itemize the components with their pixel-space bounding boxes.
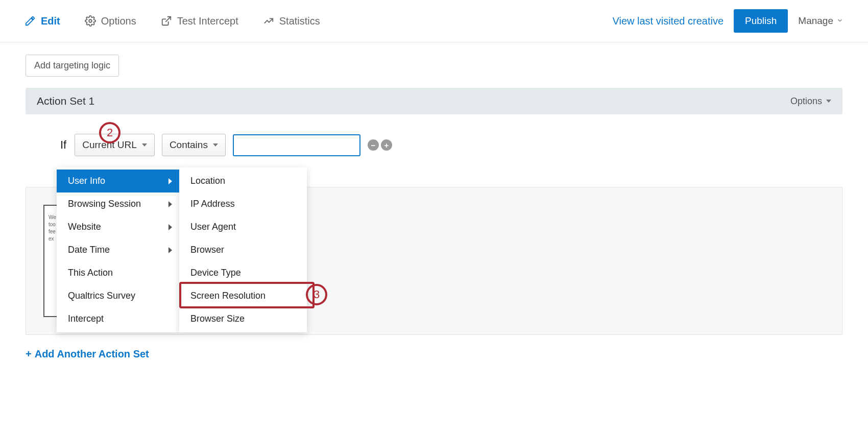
arrow-right-icon	[168, 247, 172, 253]
gear-icon	[85, 15, 96, 27]
top-toolbar: Edit Options Test Intercept Statistics V…	[0, 0, 868, 42]
dd-item-browsing-session[interactable]: Browsing Session	[57, 192, 179, 215]
dd-item-date-time[interactable]: Date Time	[57, 238, 179, 261]
dd-sub-location[interactable]: Location	[179, 170, 307, 192]
annotation-3: 3	[306, 284, 327, 305]
actionset-options-dropdown[interactable]: Options	[790, 96, 831, 107]
publish-button[interactable]: Publish	[734, 9, 788, 33]
dd-item-website[interactable]: Website	[57, 215, 179, 238]
dd-sub-ip-address[interactable]: IP Address	[179, 192, 307, 215]
page-body: Add targeting logic Action Set 1 Options…	[0, 42, 868, 372]
view-last-creative-link[interactable]: View last visited creative	[613, 15, 724, 27]
tab-test-intercept[interactable]: Test Intercept	[161, 15, 238, 27]
condition-operator-value: Contains	[170, 139, 208, 151]
caret-down-icon	[826, 100, 831, 103]
add-condition-button[interactable]: +	[381, 139, 392, 151]
actionset-title: Action Set 1	[37, 95, 94, 107]
toolbar-left: Edit Options Test Intercept Statistics	[25, 15, 320, 27]
condition-row: If Current URL Contains − +	[26, 134, 842, 156]
tab-options-label: Options	[101, 15, 136, 27]
dd-sub-user-agent[interactable]: User Agent	[179, 215, 307, 238]
actionset-options-label: Options	[790, 96, 822, 107]
arrow-right-icon	[168, 224, 172, 230]
add-another-label: Add Another Action Set	[35, 348, 149, 360]
arrow-right-icon	[168, 178, 172, 184]
if-label: If	[60, 138, 66, 152]
dd-sub-browser[interactable]: Browser	[179, 238, 307, 261]
condition-value-input[interactable]	[233, 134, 360, 156]
dd-sub-browser-size[interactable]: Browser Size	[179, 307, 307, 330]
dd-sub-device-type[interactable]: Device Type	[179, 261, 307, 284]
annotation-2: 2	[99, 122, 120, 143]
stats-icon	[263, 15, 274, 27]
dd-item-user-info[interactable]: User Info	[57, 170, 179, 192]
dd-item-qualtrics-survey[interactable]: Qualtrics Survey	[57, 284, 179, 307]
caret-down-icon	[142, 143, 147, 147]
chevron-down-icon	[836, 15, 843, 27]
condition-operator-dropdown[interactable]: Contains	[162, 134, 226, 156]
tab-edit[interactable]: Edit	[25, 15, 60, 27]
actionset-header: Action Set 1 Options	[26, 88, 842, 114]
targeting-dropdown-categories: User Info Browsing Session Website Date …	[57, 167, 179, 332]
toolbar-right: View last visited creative Publish Manag…	[613, 9, 844, 33]
remove-condition-button[interactable]: −	[368, 139, 379, 151]
tab-test-intercept-label: Test Intercept	[177, 15, 238, 27]
targeting-dropdown: User Info Browsing Session Website Date …	[57, 167, 307, 332]
arrow-right-icon	[168, 201, 172, 207]
add-targeting-button[interactable]: Add targeting logic	[26, 55, 119, 77]
tab-options[interactable]: Options	[85, 15, 136, 27]
export-icon	[161, 15, 172, 27]
manage-label: Manage	[798, 15, 833, 27]
tab-statistics-label: Statistics	[279, 15, 320, 27]
targeting-dropdown-subitems: Location IP Address User Agent Browser D…	[179, 167, 307, 332]
plus-icon: +	[26, 348, 32, 360]
dd-item-intercept[interactable]: Intercept	[57, 307, 179, 330]
dd-sub-screen-resolution[interactable]: Screen Resolution	[179, 284, 307, 307]
tab-edit-label: Edit	[41, 15, 60, 27]
manage-dropdown[interactable]: Manage	[798, 15, 843, 27]
add-another-actionset-link[interactable]: + Add Another Action Set	[26, 348, 842, 360]
condition-actions: − +	[368, 139, 392, 151]
tab-statistics[interactable]: Statistics	[263, 15, 320, 27]
dd-item-this-action[interactable]: This Action	[57, 261, 179, 284]
caret-down-icon	[213, 143, 218, 147]
svg-point-0	[89, 19, 92, 22]
pencil-icon	[25, 15, 36, 27]
